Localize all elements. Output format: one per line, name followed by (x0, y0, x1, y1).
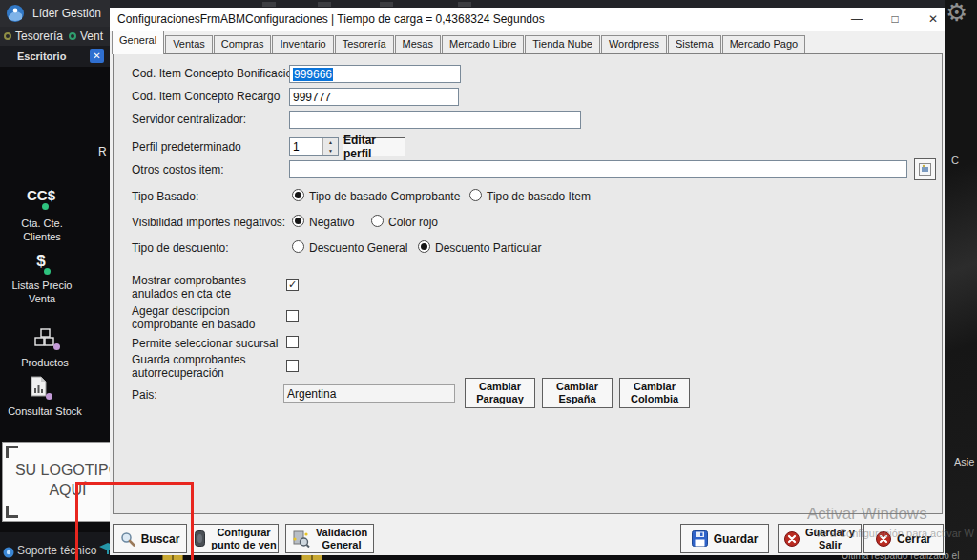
tab-sistema[interactable]: Sistema (668, 35, 721, 54)
configuraciones-window: ConfiguracionesFrmABMConfiguraciones | T… (110, 8, 945, 555)
status-dot (53, 343, 60, 350)
servidor-input[interactable] (289, 111, 581, 129)
sidebar-item-cta-cte-clientes[interactable]: Cta. Cte. Clientes (6, 217, 78, 243)
tab-mercado-pago[interactable]: Mercado Pago (722, 35, 806, 54)
perfil-stepper[interactable]: 1 ▲▼ (289, 137, 339, 156)
close-button[interactable]: ✕ (921, 10, 946, 29)
background-text-asie: Asie (954, 456, 974, 467)
check-agregar-descripcion[interactable] (286, 310, 299, 322)
mdi-tab-tesoreria[interactable]: Tesorería (4, 30, 63, 43)
minimize-button[interactable]: — (844, 10, 869, 29)
check-mostrar-comprobantes[interactable]: ✓ (286, 279, 299, 291)
desktop: ⚙ C Asie Ultima respaldo realizado el Lí… (0, 0, 977, 560)
app-logo-icon (6, 4, 25, 23)
radio-color-rojo-label[interactable]: Color rojo (388, 216, 438, 229)
mdi-tab-label: Vent (80, 30, 103, 43)
price-list-icon[interactable]: $ (17, 252, 65, 271)
cambiar-espana-button[interactable]: Cambiar España (542, 378, 613, 408)
document-tab-label: Escritorio (17, 51, 66, 62)
recargo-input[interactable]: 999777 (289, 88, 459, 106)
red-x-icon (784, 531, 800, 547)
radio-basado-item-label[interactable]: Tipo de basado Item (487, 190, 591, 203)
servidor-label: Servidor centralizador: (132, 113, 246, 126)
bonificacion-label: Cod. Item Concepto Bonificacion (132, 67, 299, 80)
radio-descuento-general-label[interactable]: Descuento General (309, 241, 407, 255)
check-permite-sucursal[interactable] (286, 336, 299, 348)
mdi-tab-label: Tesorería (15, 30, 63, 43)
recargo-label: Cod. Item Concepto Recargo (132, 90, 280, 103)
validacion-general-button[interactable]: Validacion General (285, 524, 374, 553)
picture-icon (919, 163, 931, 176)
background-toolbar-glyph (318, 2, 331, 7)
status-dot (44, 268, 51, 275)
bonificacion-input[interactable]: 999666 (289, 65, 461, 83)
check1-label: Mostrar comprobantes anulados en cta cte (132, 274, 246, 301)
configurar-punto-venta-button[interactable]: Configurar punto de ven (193, 524, 279, 553)
crop-mark (6, 506, 18, 518)
mdi-tab-bar: Tesorería Vent (0, 27, 110, 46)
otros-costos-label: Otros costos item: (132, 163, 224, 176)
tab-mesas[interactable]: Mesas (395, 35, 441, 54)
radio-descuento-particular-label[interactable]: Descuento Particular (435, 241, 541, 255)
descuento-label: Tipo de descuento: (132, 241, 229, 255)
editar-perfil-button[interactable]: Editar perfil (343, 137, 405, 156)
background-toolbar-glyph (458, 2, 471, 7)
tipo-basado-label: Tipo Basado: (132, 190, 198, 203)
tab-wordpress[interactable]: Wordpress (601, 35, 667, 54)
pais-label: Pais: (132, 388, 157, 402)
cambiar-paraguay-button[interactable]: Cambiar Paraguay (465, 378, 535, 408)
tab-tienda-nube[interactable]: Tienda Nube (525, 35, 600, 54)
background-letter-r: R (98, 145, 107, 158)
cambiar-colombia-button[interactable]: Cambiar Colombia (619, 378, 690, 408)
sidebar-item-productos[interactable]: Productos (4, 356, 86, 369)
radio-descuento-general[interactable] (292, 240, 304, 253)
tab-tesoreria[interactable]: Tesorería (335, 35, 394, 54)
window-titlebar[interactable]: ConfiguracionesFrmABMConfiguraciones | T… (110, 8, 945, 31)
radio-color-rojo[interactable] (371, 215, 384, 227)
selected-text: 999666 (293, 68, 333, 81)
tab-inventario[interactable]: Inventario (272, 35, 333, 54)
cta-cte-icon[interactable]: CC$ (17, 187, 65, 203)
gear-icon[interactable]: ⚙ (946, 0, 967, 28)
radio-negativo[interactable] (292, 215, 304, 227)
activate-windows-watermark-line2: Ve a Configuración para activar W (815, 528, 974, 539)
status-dot (42, 203, 49, 210)
guardar-button[interactable]: Guardar (680, 524, 769, 553)
tab-ventas[interactable]: Ventas (165, 35, 213, 54)
button-label: Cambiar España (556, 381, 598, 405)
perfil-value: 1 (293, 140, 300, 154)
perfil-label: Perfil predeterminado (132, 140, 241, 154)
sidebar-item-listas-precio-venta[interactable]: Listas Precio Venta (4, 279, 80, 305)
otros-costos-input[interactable] (289, 160, 907, 178)
tab-status-icon (4, 32, 11, 40)
background-letter-c: C (951, 155, 959, 166)
radio-basado-comprobante-label[interactable]: Tipo de basado Comprobante (309, 190, 460, 203)
tab-mercado-libre[interactable]: Mercado Libre (442, 35, 524, 54)
sidebar-item-consultar-stock[interactable]: Consultar Stock (0, 404, 90, 418)
check-guarda-autorrecuperacion[interactable] (286, 360, 299, 372)
crop-mark (6, 446, 18, 458)
maximize-button[interactable]: □ (883, 10, 907, 29)
tab-general[interactable]: General (112, 31, 164, 54)
otros-costos-lookup-button[interactable] (914, 158, 936, 180)
background-right-strip (945, 0, 977, 560)
background-top-strip (110, 0, 977, 8)
sidebar-header: Líder Gestión (0, 0, 110, 27)
close-tab-icon[interactable]: ✕ (90, 49, 104, 63)
app-title: Líder Gestión (32, 7, 101, 20)
stepper-arrows-icon[interactable]: ▲▼ (322, 138, 338, 155)
radio-negativo-label[interactable]: Negativo (309, 216, 354, 229)
tab-compras[interactable]: Compras (214, 35, 272, 54)
activate-windows-watermark: Activar Windows (807, 505, 927, 524)
visibilidad-label: Visibilidad importes negativos: (132, 216, 285, 229)
device-icon (195, 530, 205, 547)
button-label: Cambiar Paraguay (476, 381, 524, 405)
radio-descuento-particular[interactable] (418, 240, 430, 253)
button-label: Cambiar Colombia (631, 381, 678, 405)
radio-basado-item[interactable] (469, 189, 482, 201)
mdi-tab-ventas[interactable]: Vent (69, 30, 103, 43)
background-toolbar-glyph (380, 2, 393, 7)
radio-basado-comprobante[interactable] (292, 189, 304, 201)
document-tab-escritorio[interactable]: Escritorio ✕ (0, 46, 110, 67)
pais-input[interactable]: Argentina (283, 384, 455, 403)
